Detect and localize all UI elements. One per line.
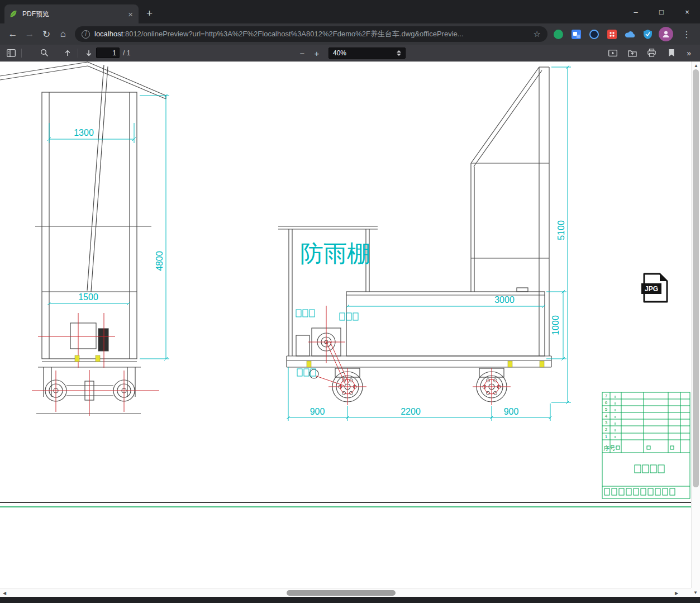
more-tools-icon[interactable]: » [683,49,694,58]
zoom-out-icon[interactable]: − [295,46,309,60]
dim-label-900-right: 900 [504,407,519,416]
minimize-button[interactable]: – [623,0,649,23]
side-view-cyan-details [296,310,358,376]
next-page-icon[interactable] [81,46,96,60]
front-view-dimension-lines [47,94,169,360]
horizontal-scrollbar-thumb[interactable] [287,590,396,596]
vertical-scrollbar[interactable]: ▲ [691,61,700,588]
jpg-badge-label: JPG [645,285,658,293]
dim-label-4800: 4800 [155,251,164,271]
sidebar-toggle-icon[interactable] [3,46,18,60]
page-info-icon[interactable]: i [82,30,90,39]
forward-icon[interactable]: → [21,26,38,42]
back-icon[interactable]: ← [4,26,21,42]
close-button[interactable]: × [674,0,700,23]
browser-window: PDF预览 × + – □ × ← → ↻ ⌂ i localhost:8012… [0,0,700,603]
dim-label-2200: 2200 [401,407,421,416]
pdf-content-area: 1300 4800 1500 [0,61,691,588]
leaf-favicon [9,10,18,18]
extension-icon-translate[interactable] [571,29,582,40]
reload-icon[interactable]: ↻ [38,26,55,42]
scrollbar-corner: ▼ [691,588,700,597]
extensions-strip [553,29,653,40]
dim-label-900-left: 900 [310,407,325,416]
navigation-bar: ← → ↻ ⌂ i localhost:8012/onlinePreview?u… [0,23,700,45]
extension-icon-cloud[interactable] [625,29,635,40]
title-block-row-number: 5 [605,407,608,412]
page-count-label: / 1 [123,49,130,57]
jpg-file-icon: JPG [641,274,667,302]
scroll-left-icon[interactable]: ◀ [0,591,9,596]
extension-icon-red-grid[interactable] [607,29,617,40]
tab-title: PDF预览 [22,10,122,19]
side-view-markers [307,361,544,367]
scroll-right-icon[interactable]: ▶ [672,591,681,596]
select-spinner-icon [397,50,401,56]
window-bottom-edge [0,597,700,603]
zoom-controls: − + 40% [295,45,406,61]
title-block-row-number: 3 [605,420,608,425]
open-file-icon[interactable] [625,46,640,60]
home-icon[interactable]: ⌂ [55,26,72,42]
window-controls: – □ × [623,0,700,23]
print-icon[interactable] [644,46,659,60]
pdf-toolbar: / 1 − + 40% » [0,45,700,61]
titlebar: PDF预览 × + – □ × [0,0,700,23]
title-block-row-number: 4 [605,414,608,419]
cad-drawing: 1300 4800 1500 [0,61,691,588]
zoom-level-value: 40% [333,49,397,57]
dim-label-1300: 1300 [74,128,94,137]
previous-page-icon[interactable] [60,46,75,60]
bookmark-icon[interactable] [664,46,679,60]
new-tab-button[interactable]: + [146,7,153,20]
bookmark-star-icon[interactable]: ☆ [534,29,541,39]
dim-label-5100: 5100 [556,220,566,240]
side-view-centerlines [308,306,511,405]
browser-menu-icon[interactable]: ⋮ [678,29,696,40]
address-bar[interactable]: i localhost:8012/onlinePreview?url=http%… [75,26,547,42]
page-number-input[interactable] [96,48,120,58]
title-block-header: 序号 [603,445,616,452]
scroll-up-icon[interactable]: ▲ [692,63,700,68]
title-block-row-number: 1 [605,434,608,439]
search-icon[interactable] [37,46,52,60]
toolbar-separator [78,49,78,58]
url-host: localhost [94,30,123,38]
title-block-row-number: 2 [605,427,608,432]
url-tail: :8012/onlinePreview?url=http%3A%2F%2Floc… [123,30,463,38]
scroll-down-icon[interactable]: ▼ [693,590,698,595]
zoom-in-icon[interactable]: + [309,46,324,60]
dim-label-3000: 3000 [494,295,515,305]
dim-label-1500: 1500 [78,292,98,302]
title-block-row-number: 7 [605,393,608,398]
extension-icon-dark-circle[interactable] [589,29,599,40]
shelter-label: 防雨棚 [300,240,370,267]
side-view-structure [278,67,551,402]
profile-avatar[interactable] [659,27,673,41]
maximize-button[interactable]: □ [649,0,674,23]
dim-label-1000: 1000 [551,315,560,335]
extension-icon-green[interactable] [553,29,564,40]
tab-close-icon[interactable]: × [127,10,134,18]
toolbar-separator [21,49,22,58]
url-text: localhost:8012/onlinePreview?url=http%3A… [94,29,529,39]
front-view-structure [0,62,166,414]
zoom-level-select[interactable]: 40% [328,48,406,59]
browser-tab[interactable]: PDF预览 × [4,4,139,23]
pdf-toolbar-right: » [605,46,697,60]
extension-icon-shield[interactable] [642,29,653,40]
horizontal-scrollbar[interactable]: ◀ ▶ [0,588,691,597]
vertical-scrollbar-thumb[interactable] [693,69,699,487]
person-icon [661,30,670,39]
presentation-mode-icon[interactable] [605,46,620,60]
title-block-row-number: 6 [605,400,608,405]
